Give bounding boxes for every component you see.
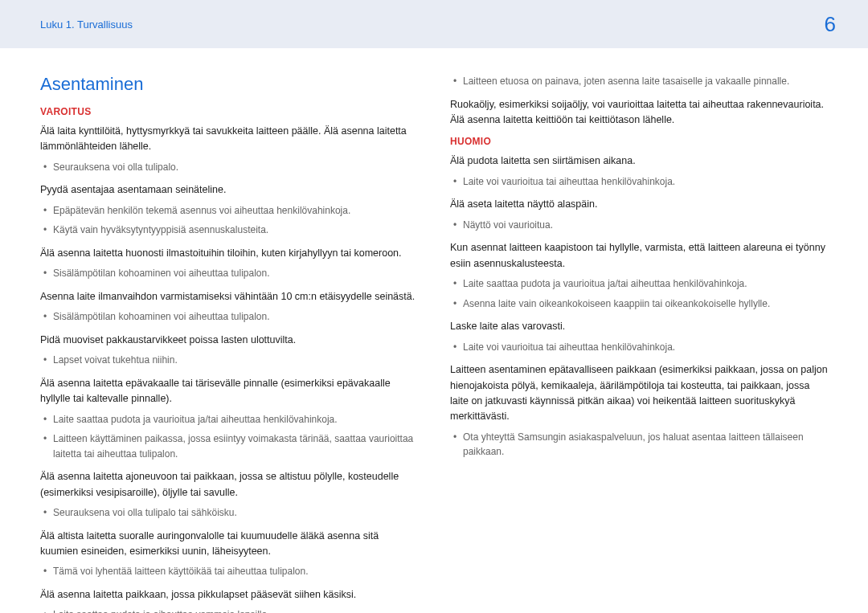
bullet-item: Tämä voi lyhentää laitteen käyttöikää ta… bbox=[40, 564, 418, 579]
bullet-item: Laite saattaa pudota ja aiheuttaa vammoj… bbox=[40, 607, 418, 613]
paragraph: Älä altista laitetta suoralle auringonva… bbox=[40, 529, 418, 560]
bullet-item: Asenna laite vain oikeankokoiseen kaappi… bbox=[450, 296, 828, 312]
paragraph: Älä laita kynttilöitä, hyttysmyrkkyä tai… bbox=[40, 124, 418, 155]
paragraph: Älä asenna laitetta huonosti ilmastoitui… bbox=[40, 246, 418, 261]
bullet-item: Laitteen etuosa on painava, joten asenna… bbox=[450, 74, 828, 89]
paragraph: Ruokaöljy, esimerkiksi soijaöljy, voi va… bbox=[450, 97, 828, 129]
bullet-item: Sisälämpötilan kohoaminen voi aiheuttaa … bbox=[40, 266, 418, 281]
bullet-item: Laite voi vaurioitua tai aiheuttaa henki… bbox=[450, 340, 828, 355]
paragraph: Laitteen asentaminen epätavalliseen paik… bbox=[450, 362, 828, 425]
bullet-item: Lapset voivat tukehtua niihin. bbox=[40, 353, 418, 368]
bullet-item: Seurauksena voi olla tulipalo. bbox=[40, 160, 418, 175]
bullet-item: Laite saattaa pudota ja vaurioitua ja/ta… bbox=[40, 412, 418, 427]
bullet-item: Laitteen käyttäminen paikassa, jossa esi… bbox=[40, 431, 418, 461]
paragraph: Pidä muoviset pakkaustarvikkeet poissa l… bbox=[40, 333, 418, 348]
paragraph: Asenna laite ilmanvaihdon varmistamiseks… bbox=[40, 289, 418, 304]
paragraph: Älä aseta laitetta näyttö alaspäin. bbox=[450, 197, 828, 212]
bullet-item: Näyttö voi vaurioitua. bbox=[450, 218, 828, 233]
paragraph: Älä asenna laitetta ajoneuvoon tai paikk… bbox=[40, 469, 418, 501]
page-number: 6 bbox=[825, 12, 836, 37]
bullet-item: Ota yhteyttä Samsungin asiakaspalveluun,… bbox=[450, 430, 828, 460]
content-area: Asentaminen VAROITUS Älä laita kynttilöi… bbox=[0, 48, 868, 613]
chapter-title: Luku 1. Turvallisuus bbox=[40, 18, 133, 31]
bullet-item: Sisälämpötilan kohoaminen voi aiheuttaa … bbox=[40, 309, 418, 325]
warning-label: VAROITUS bbox=[40, 106, 418, 117]
paragraph: Älä pudota laitetta sen siirtämisen aika… bbox=[450, 153, 828, 169]
bullet-item: Laite saattaa pudota ja vaurioitua ja/ta… bbox=[450, 276, 828, 292]
paragraph: Älä asenna laitetta epävakaalle tai täri… bbox=[40, 376, 418, 407]
bullet-item: Laite voi vaurioitua tai aiheuttaa henki… bbox=[450, 174, 828, 190]
page-header: Luku 1. Turvallisuus 6 bbox=[0, 0, 868, 48]
paragraph: Älä asenna laitetta paikkaan, jossa pikk… bbox=[40, 587, 418, 603]
bullet-item: Käytä vain hyväksytyntyyppisiä asennuska… bbox=[40, 223, 418, 238]
left-column: Asentaminen VAROITUS Älä laita kynttilöi… bbox=[40, 74, 418, 613]
section-title: Asentaminen bbox=[40, 74, 418, 95]
paragraph: Kun asennat laitteen kaapistoon tai hyll… bbox=[450, 240, 828, 272]
bullet-item: Epäpätevän henkilön tekemä asennus voi a… bbox=[40, 203, 418, 219]
right-column: Laitteen etuosa on painava, joten asenna… bbox=[450, 74, 828, 613]
paragraph: Laske laite alas varovasti. bbox=[450, 319, 828, 334]
paragraph: Pyydä asentajaa asentamaan seinäteline. bbox=[40, 182, 418, 198]
notice-label: HUOMIO bbox=[450, 136, 828, 147]
bullet-item: Seurauksena voi olla tulipalo tai sähköi… bbox=[40, 505, 418, 521]
